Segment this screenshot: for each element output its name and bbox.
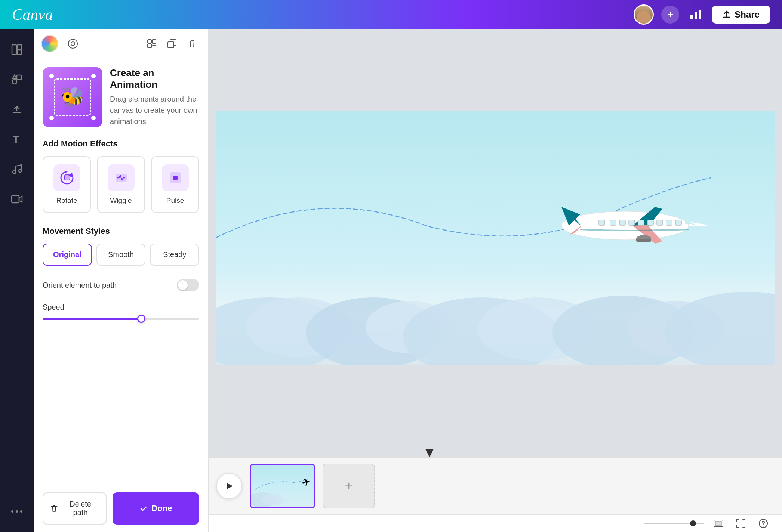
- effect-card-wiggle[interactable]: Wiggle: [97, 156, 145, 213]
- svg-point-27: [561, 211, 689, 240]
- topnav-right: + Share: [634, 4, 770, 25]
- wiggle-label: Wiggle: [110, 197, 132, 205]
- canvas-frame: [216, 111, 775, 365]
- play-button[interactable]: [216, 473, 242, 499]
- pulse-label: Pulse: [166, 197, 184, 205]
- top-navigation: Canva + Share: [0, 0, 782, 29]
- motion-effects-grid: Rotate Wiggle: [43, 156, 199, 213]
- svg-rect-26: [173, 176, 178, 180]
- airplane: [550, 188, 707, 270]
- panel-content: 🐝 Create an Animation Drag elements arou…: [34, 58, 208, 485]
- wiggle-icon: [108, 164, 135, 191]
- svg-point-16: [71, 42, 75, 46]
- svg-rect-28: [610, 220, 616, 225]
- panel-bottom: Delete path Done: [34, 485, 208, 532]
- share-button[interactable]: Share: [712, 6, 770, 24]
- svg-point-10: [19, 169, 22, 172]
- svg-rect-0: [690, 15, 693, 19]
- svg-rect-34: [666, 220, 672, 225]
- fit-to-screen-button[interactable]: [711, 516, 726, 531]
- speed-thumb[interactable]: [137, 315, 145, 323]
- motion-effects-section: Add Motion Effects Rotate: [43, 139, 199, 213]
- add-button[interactable]: +: [661, 6, 679, 24]
- add-page-button[interactable]: [143, 35, 160, 52]
- rotate-icon: [53, 164, 80, 191]
- svg-rect-4: [17, 45, 22, 49]
- orient-label: Orient element to path: [43, 281, 117, 290]
- svg-rect-21: [168, 42, 174, 48]
- movement-styles-title: Movement Styles: [43, 226, 199, 236]
- delete-button[interactable]: [184, 35, 201, 52]
- style-icon-button[interactable]: [64, 35, 81, 52]
- style-smooth-button[interactable]: Smooth: [96, 244, 146, 266]
- timeline: ✈ +: [209, 457, 782, 532]
- movement-styles-buttons: Original Smooth Steady: [43, 244, 199, 266]
- svg-point-42: [763, 526, 764, 526]
- svg-rect-17: [148, 40, 151, 43]
- speed-section: Speed: [43, 303, 199, 320]
- hero-description: Drag elements around the canvas to creat…: [110, 93, 199, 127]
- orient-toggle[interactable]: [177, 279, 199, 291]
- svg-point-6: [12, 80, 17, 84]
- pulse-icon: [162, 164, 189, 191]
- sidebar-item-text[interactable]: T: [4, 126, 30, 152]
- svg-rect-22: [65, 175, 70, 180]
- svg-rect-3: [12, 45, 16, 55]
- speed-slider[interactable]: [43, 318, 199, 320]
- sidebar-item-music[interactable]: [4, 156, 30, 182]
- analytics-button[interactable]: [687, 6, 705, 24]
- motion-effects-title: Add Motion Effects: [43, 139, 199, 149]
- add-slide-button[interactable]: +: [323, 464, 375, 508]
- delete-path-button[interactable]: Delete path: [43, 492, 107, 525]
- sidebar-item-more[interactable]: [4, 498, 30, 525]
- slide-thumbnail-1[interactable]: ✈: [250, 464, 315, 508]
- svg-rect-5: [17, 50, 22, 55]
- svg-rect-35: [675, 220, 681, 225]
- canvas-scene[interactable]: [209, 29, 782, 446]
- rotate-label: Rotate: [56, 197, 77, 205]
- svg-rect-29: [619, 220, 625, 225]
- svg-point-12: [11, 510, 13, 513]
- sidebar-item-layout[interactable]: [4, 37, 30, 63]
- avatar[interactable]: [634, 4, 654, 25]
- effect-card-pulse[interactable]: Pulse: [151, 156, 199, 213]
- toggle-knob: [178, 280, 188, 290]
- done-button[interactable]: Done: [113, 492, 199, 525]
- hero-banner: 🐝 Create an Animation Drag elements arou…: [43, 67, 199, 127]
- svg-rect-11: [12, 195, 19, 203]
- svg-rect-1: [695, 12, 697, 19]
- zoom-thumb[interactable]: [690, 520, 696, 526]
- svg-rect-18: [152, 40, 156, 43]
- panel-toolbar: [34, 29, 208, 58]
- sidebar-item-uploads[interactable]: [4, 96, 30, 123]
- style-original-button[interactable]: Original: [43, 244, 92, 266]
- effect-card-rotate[interactable]: Rotate: [43, 156, 91, 213]
- timeline-marker: [425, 449, 434, 457]
- color-wheel[interactable]: [41, 35, 58, 52]
- bee-icon: 🐝: [61, 86, 85, 109]
- canva-logo: Canva: [12, 6, 53, 24]
- hero-thumbnail: 🐝: [43, 67, 102, 127]
- fullscreen-button[interactable]: [733, 516, 748, 531]
- movement-styles-section: Movement Styles Original Smooth Steady: [43, 226, 199, 266]
- svg-rect-40: [715, 521, 721, 526]
- help-button[interactable]: [756, 516, 771, 531]
- svg-text:T: T: [13, 134, 19, 145]
- svg-rect-37: [636, 239, 651, 242]
- toolbar-right: [143, 35, 201, 52]
- timeline-tracks: ✈ +: [209, 458, 782, 514]
- main-layout: T: [0, 29, 782, 532]
- clouds-area: [216, 279, 775, 365]
- zoom-slider[interactable]: [644, 523, 704, 524]
- canvas-area: ✈ +: [209, 29, 782, 532]
- copy-button[interactable]: [163, 35, 181, 52]
- style-steady-button[interactable]: Steady: [150, 244, 199, 266]
- svg-rect-31: [638, 220, 644, 225]
- left-panel: 🐝 Create an Animation Drag elements arou…: [34, 29, 209, 532]
- timeline-marker-area: [209, 446, 782, 457]
- orient-row: Orient element to path: [43, 279, 199, 291]
- sidebar-item-video[interactable]: [4, 186, 30, 212]
- sidebar-item-elements[interactable]: [4, 66, 30, 93]
- sidebar: T: [0, 29, 34, 532]
- svg-rect-30: [629, 220, 635, 225]
